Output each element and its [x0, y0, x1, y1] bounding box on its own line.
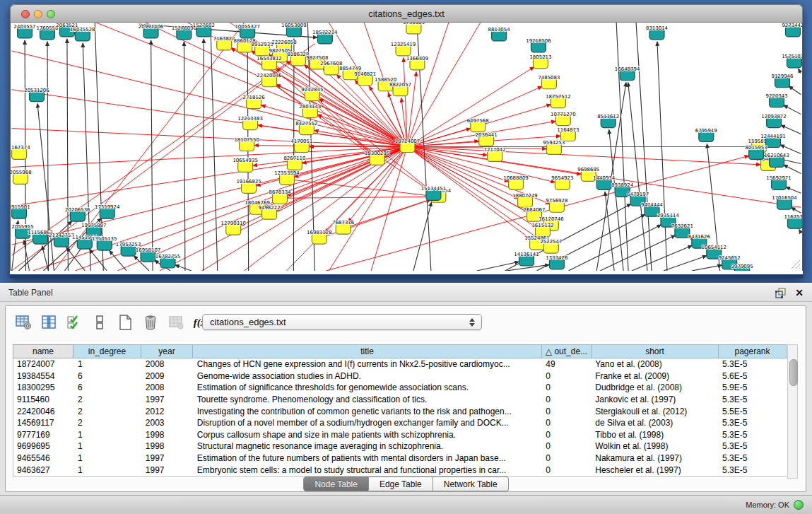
network-node[interactable]: 7163822 — [213, 36, 235, 50]
black-edge[interactable] — [792, 208, 801, 214]
black-edge[interactable] — [632, 245, 692, 271]
network-node[interactable]: 16053809 — [281, 23, 306, 37]
network-node[interactable]: 20206536 — [65, 207, 90, 221]
column-header-1[interactable]: in_degree — [73, 344, 141, 358]
network-node[interactable]: 1167374 — [11, 145, 30, 159]
black-edge[interactable] — [151, 40, 153, 271]
network-node[interactable]: 16983128 — [307, 230, 331, 244]
table-row[interactable]: 969969511998Structural magnetic resonanc… — [13, 440, 787, 452]
network-node[interactable]: 2036441 — [476, 132, 498, 146]
minimize-traffic-light-icon[interactable] — [34, 10, 42, 18]
network-node[interactable]: 9129946 — [771, 74, 793, 88]
network-node[interactable]: 16543812 — [257, 56, 281, 70]
table-row[interactable]: 2242004622012Investigating the contribut… — [13, 405, 787, 417]
show-columns-icon[interactable] — [40, 313, 58, 332]
black-edge[interactable] — [175, 265, 192, 271]
table-row[interactable]: 977716911998Corpus callosum shape and si… — [13, 429, 787, 441]
network-node[interactable]: 8427552 — [295, 121, 317, 135]
tab-node-table[interactable]: Node Table — [303, 477, 369, 491]
table-source-select[interactable]: citations_edges.txt — [202, 314, 482, 330]
black-edge[interactable] — [247, 40, 248, 271]
black-edge[interactable] — [211, 23, 218, 271]
network-node[interactable]: 3915901 — [11, 204, 30, 218]
red-edge[interactable] — [54, 23, 244, 271]
network-node[interactable]: 12325419 — [391, 42, 416, 56]
column-header-3[interactable]: title — [193, 344, 542, 358]
black-edge[interactable] — [799, 230, 801, 233]
table-row[interactable]: 911546021997Tourette syndrome. Phenomeno… — [13, 394, 787, 406]
network-node[interactable]: 2403557 — [14, 24, 36, 38]
network-node[interactable]: 1366409 — [406, 56, 428, 70]
network-node[interactable]: 19218506 — [526, 38, 551, 52]
network-node[interactable]: 12790310 — [220, 221, 245, 235]
network-node[interactable]: 9273442 — [782, 23, 802, 37]
table-row[interactable]: 946362711997Embryonic stem cells: a mode… — [13, 464, 787, 476]
window-titlebar[interactable]: citations_edges.txt — [10, 4, 803, 23]
table-row[interactable]: 1872400712008Changes of HCN gene express… — [13, 358, 787, 370]
network-node[interactable]: 2718126 — [243, 95, 265, 109]
network-node[interactable]: 7217042 — [484, 147, 506, 161]
red-edge[interactable] — [12, 147, 407, 168]
close-traffic-light-icon[interactable] — [21, 10, 30, 18]
delete-table-icon[interactable] — [167, 313, 185, 332]
network-node[interactable]: 1805213 — [529, 54, 551, 69]
create-column-icon[interactable] — [116, 313, 134, 332]
network-node[interactable]: 2055968 — [11, 170, 32, 184]
vertical-scrollbar[interactable] — [787, 344, 798, 479]
network-node[interactable]: 9242845 — [301, 87, 323, 101]
column-header-0[interactable]: name — [13, 344, 73, 358]
network-node[interactable]: 10055327 — [235, 24, 259, 38]
black-edge[interactable] — [600, 235, 675, 271]
column-header-5[interactable]: short — [592, 344, 719, 358]
network-node[interactable]: 2522547 — [540, 239, 562, 253]
network-node[interactable]: 15751074 — [782, 54, 802, 68]
table-mode-icon[interactable] — [14, 313, 33, 332]
network-node[interactable]: 18107550 — [234, 137, 259, 151]
column-header-4[interactable]: △ out_de... — [542, 344, 592, 358]
network-node[interactable]: 10771270 — [551, 112, 575, 126]
delete-column-icon[interactable] — [141, 313, 160, 332]
column-header-2[interactable]: year — [141, 344, 193, 358]
red-edge[interactable] — [407, 86, 541, 146]
network-node[interactable]: 1167530 — [784, 214, 802, 228]
red-edge[interactable] — [407, 67, 534, 147]
black-edge[interactable] — [789, 86, 801, 95]
network-node[interactable]: 10654935 — [233, 158, 257, 172]
network-canvas[interactable]: 1872400727181261221338328031448427552181… — [10, 23, 803, 271]
network-node[interactable]: 10688809 — [503, 175, 528, 189]
black-edge[interactable] — [657, 42, 667, 271]
network-node[interactable]: 9979095 — [731, 264, 753, 271]
table-row[interactable]: 946554611997Estimation of the future num… — [13, 452, 787, 465]
black-edge[interactable] — [784, 165, 801, 173]
table-row[interactable]: 1830029562008Estimation of significance … — [13, 382, 787, 394]
network-node[interactable]: 8267110 — [283, 156, 305, 170]
network-node[interactable]: 1760558 — [36, 25, 58, 40]
network-node[interactable]: 8678334 — [269, 189, 291, 204]
column-header-6[interactable]: pagerank — [719, 344, 787, 358]
network-node[interactable]: 9756928 — [546, 198, 567, 212]
network-node[interactable]: 9594253 — [543, 141, 565, 155]
network-node[interactable]: 8313014 — [646, 25, 669, 40]
red-edge[interactable] — [12, 129, 407, 147]
float-panel-icon[interactable] — [775, 287, 787, 298]
network-node[interactable]: 9227343 — [765, 93, 787, 107]
network-node[interactable]: 9498222 — [259, 205, 281, 219]
network-node[interactable]: 8813054 — [488, 27, 511, 41]
black-edge[interactable] — [692, 265, 722, 271]
network-node[interactable]: 1164873 — [557, 127, 579, 141]
network-node[interactable]: 4170051 — [290, 139, 312, 153]
network-node[interactable]: 2803144 — [299, 104, 322, 118]
network-node[interactable]: 6497568 — [467, 118, 489, 132]
table-row[interactable]: 1938455462009Genome-wide association stu… — [13, 370, 787, 382]
black-edge[interactable] — [786, 187, 801, 194]
close-panel-icon[interactable]: ✕ — [795, 286, 804, 300]
network-node[interactable]: 1733426 — [546, 255, 567, 269]
tab-network-table[interactable]: Network Table — [433, 477, 509, 491]
network-node[interactable]: 18757512 — [546, 94, 570, 108]
network-node[interactable]: 9654923 — [551, 175, 573, 189]
tab-edge-table[interactable]: Edge Table — [369, 477, 433, 491]
network-node[interactable]: 19166825 — [236, 179, 261, 193]
network-node[interactable]: 8215953 — [746, 145, 767, 159]
network-node[interactable]: 9756985 — [403, 23, 425, 34]
zoom-traffic-light-icon[interactable] — [47, 10, 55, 18]
